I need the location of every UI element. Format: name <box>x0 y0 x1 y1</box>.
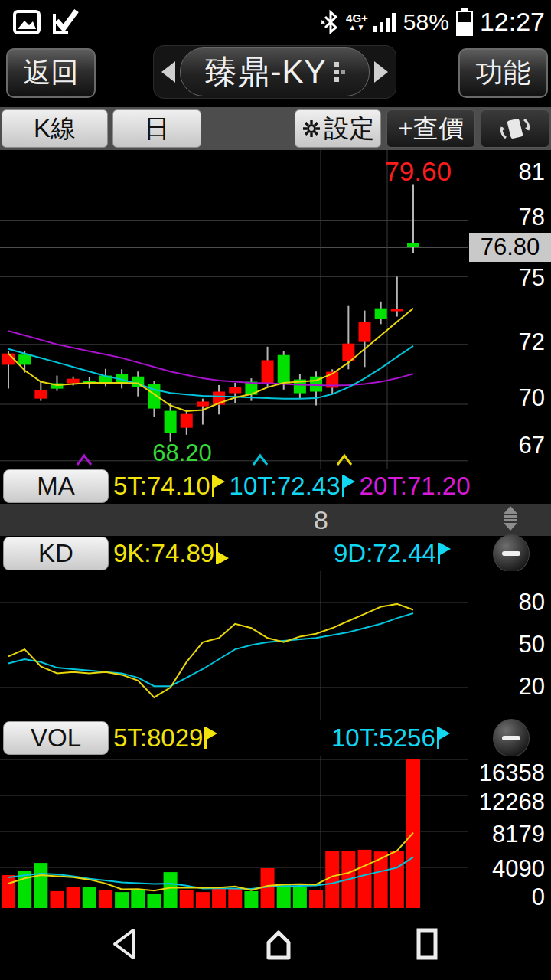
kd-chart-pane[interactable]: 805020 <box>0 571 551 720</box>
axis-tick-label: 78 <box>519 204 545 231</box>
low-price-label: 68.20 <box>140 439 224 467</box>
trend-down-icon <box>216 541 229 566</box>
d-value: 9D:72.44 <box>334 539 455 568</box>
resize-handle-icon[interactable] <box>499 506 522 534</box>
clock: 12:27 <box>480 7 545 37</box>
divider-value: 8 <box>314 505 328 535</box>
k-value: 9K:74.89 <box>113 539 233 568</box>
axis-tick-label: 0 <box>532 884 545 911</box>
vol-ma5-value: 5T:8029 <box>113 724 222 753</box>
vol-indicator-row: VOL 5T:8029 10T:5256 <box>0 720 551 756</box>
nav-recents-icon[interactable] <box>413 927 441 961</box>
rotate-screen-icon <box>499 113 531 144</box>
high-price-label: 79.60 <box>373 156 452 187</box>
axis-tick-label: 20 <box>519 673 545 701</box>
network-type-indicator: 4G+ ▲▼ <box>346 13 368 31</box>
axis-tick-label: 67 <box>519 432 545 459</box>
axis-tick-label: 50 <box>519 631 545 658</box>
axis-tick-label: 4090 <box>492 855 545 883</box>
candlestick-chart[interactable] <box>0 150 468 469</box>
stock-title: 臻鼎-KY <box>204 51 326 93</box>
axis-tick-label: 75 <box>519 264 545 292</box>
trend-up-icon <box>438 541 451 566</box>
battery-percent: 58% <box>403 9 449 35</box>
kd-indicator-row: KD 9K:74.89 9D:72.44 <box>0 536 551 571</box>
nav-home-icon[interactable] <box>263 927 294 961</box>
check-notification-icon <box>51 8 81 37</box>
axis-tick-label: 76.80 <box>469 233 551 262</box>
axis-tick-label: 12268 <box>479 789 545 816</box>
prev-stock-arrow-icon[interactable] <box>161 61 175 83</box>
signal-strength-icon <box>372 9 398 35</box>
stock-title-pill[interactable]: 臻鼎-KY <box>180 47 370 96</box>
price-candlestick-pane[interactable]: 817876.8075727067 79.60 68.20 <box>0 150 551 469</box>
trend-up-icon <box>212 474 225 498</box>
trend-up-icon <box>437 726 450 750</box>
kd-line-chart[interactable] <box>0 571 468 720</box>
ma10-value: 10T:72.43 <box>230 472 360 501</box>
rotate-screen-button[interactable] <box>481 109 549 148</box>
stock-selector: 臻鼎-KY <box>153 45 396 99</box>
axis-tick-label: 70 <box>519 384 545 412</box>
kd-button[interactable]: KD <box>3 537 109 570</box>
quote-button[interactable]: +查價 <box>386 109 475 148</box>
status-bar: 4G+ ▲▼ 58% 12:27 <box>0 0 551 44</box>
back-button[interactable]: 返回 <box>6 48 96 98</box>
ma5-value: 5T:74.10 <box>113 472 230 501</box>
chart-type-button[interactable]: K線 <box>2 109 108 148</box>
trend-up-icon <box>342 474 355 498</box>
stock-chart-app: 4G+ ▲▼ 58% 12:27 返回 臻鼎-K <box>0 0 551 980</box>
axis-tick-label: 81 <box>519 158 545 186</box>
axis-tick-label: 72 <box>519 328 545 356</box>
volume-chart-pane[interactable]: 1635812268817940900 <box>0 756 551 908</box>
volume-bar-chart[interactable] <box>0 756 468 908</box>
vol-ma10-value: 10T:5256 <box>331 724 455 753</box>
battery-icon <box>455 8 474 37</box>
bluetooth-icon <box>321 9 341 35</box>
next-stock-arrow-icon[interactable] <box>374 61 388 83</box>
ma-button[interactable]: MA <box>3 469 109 503</box>
photo-notification-icon <box>12 8 41 37</box>
collapse-vol-button[interactable] <box>493 719 530 757</box>
trend-up-icon <box>204 726 217 750</box>
chart-toolbar: K線 日 設定 +查價 <box>0 107 551 150</box>
period-button[interactable]: 日 <box>112 109 201 148</box>
menu-button[interactable]: 功能 <box>458 48 548 98</box>
ma20-value: 20T:71.20 <box>360 472 471 501</box>
drag-dots-icon <box>334 62 345 82</box>
ma-indicator-row: MA 5T:74.10 10T:72.43 20T:71.20 <box>0 469 551 504</box>
axis-tick-label: 80 <box>519 589 545 616</box>
collapse-kd-button[interactable] <box>493 534 530 573</box>
nav-bar: 返回 臻鼎-KY 功能 <box>0 44 551 107</box>
vol-button[interactable]: VOL <box>3 721 109 755</box>
android-nav-bar <box>0 908 551 980</box>
pane-divider[interactable]: 8 <box>0 504 551 536</box>
gear-icon <box>302 119 321 139</box>
settings-button[interactable]: 設定 <box>295 109 381 148</box>
nav-back-icon[interactable] <box>110 927 138 961</box>
axis-tick-label: 16358 <box>479 760 545 787</box>
axis-tick-label: 8179 <box>492 821 545 848</box>
